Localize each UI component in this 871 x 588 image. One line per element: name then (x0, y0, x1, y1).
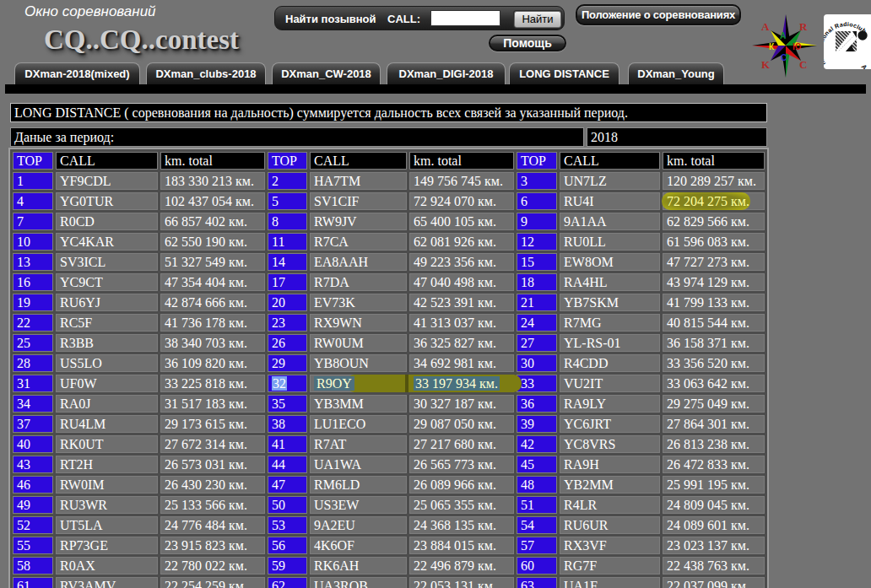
svg-text:А: А (780, 31, 786, 40)
svg-text:А: А (761, 20, 770, 33)
svg-text:Ю: Ю (793, 42, 801, 51)
svg-text:К: К (769, 42, 775, 51)
svg-text:R: R (799, 20, 808, 33)
svg-text:С: С (781, 53, 787, 62)
